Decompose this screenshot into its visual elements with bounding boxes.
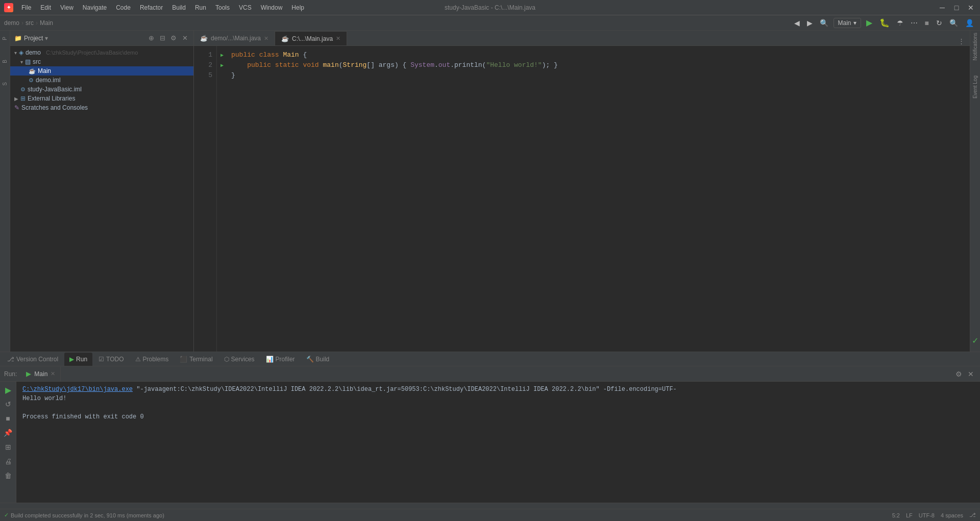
indent-info[interactable]: 4 spaces bbox=[941, 512, 963, 518]
run-tab-close[interactable]: ✕ bbox=[51, 370, 55, 377]
editor-tab-1[interactable]: ☕ C:\...\Main.java ✕ bbox=[275, 31, 347, 45]
console-blank-line bbox=[22, 403, 974, 412]
tab-version-control[interactable]: ⎇ Version Control bbox=[2, 353, 63, 366]
bottom-main: ▶ ↺ ■ 📌 ⊞ 🖨 🗑 C:\zhkStudy\jdk17\bin\java… bbox=[0, 382, 980, 503]
run-tab-main[interactable]: ▶ Main ✕ bbox=[21, 367, 61, 381]
menu-build[interactable]: Build bbox=[168, 3, 190, 12]
project-panel-actions: ⊕ ⊟ ⚙ ✕ bbox=[146, 34, 189, 43]
restore-layout-button[interactable]: ⊞ bbox=[2, 441, 14, 453]
tree-item-ext-libs[interactable]: ▶ ⊞ External Libraries bbox=[10, 94, 193, 103]
menu-help[interactable]: Help bbox=[287, 3, 308, 12]
rerun-failed-button[interactable]: ↺ bbox=[2, 398, 14, 410]
collapse-all-button[interactable]: ⊟ bbox=[158, 34, 167, 43]
code-content[interactable]: public class Main { public static void m… bbox=[227, 46, 970, 352]
breadcrumb-file[interactable]: Main bbox=[40, 19, 53, 27]
bottom-scrollbar[interactable] bbox=[0, 503, 980, 509]
menu-edit[interactable]: Edit bbox=[36, 3, 55, 12]
encoding[interactable]: UTF-8 bbox=[919, 512, 935, 518]
run-button[interactable]: ▶ bbox=[864, 17, 874, 29]
tab-terminal[interactable]: ⬛ Terminal bbox=[175, 353, 217, 366]
project-tree: ▾ ◈ demo C:\zhkStudy\Project\JavaBasic\d… bbox=[10, 46, 193, 352]
chevron-icon: ▶ bbox=[14, 96, 18, 102]
window-controls: ─ □ ✕ bbox=[937, 3, 976, 13]
menu-tools[interactable]: Tools bbox=[211, 3, 234, 12]
settings-button[interactable]: ⚙ bbox=[953, 369, 964, 379]
search-everywhere-button[interactable]: 🔍 bbox=[947, 18, 960, 28]
tree-item-study-iml[interactable]: ⚙ study-JavaBasic.iml bbox=[10, 85, 193, 94]
tab-profiler[interactable]: 📊 Profiler bbox=[261, 353, 300, 366]
project-settings-button[interactable]: ⚙ bbox=[169, 34, 178, 43]
folder-icon: 📁 bbox=[14, 35, 22, 42]
rerun-button[interactable]: ▶ bbox=[2, 384, 14, 396]
line-separator[interactable]: LF bbox=[906, 512, 913, 518]
run-gutter-icon-1[interactable]: ▶ bbox=[217, 50, 227, 60]
cursor-position[interactable]: 5:2 bbox=[892, 512, 900, 518]
nav-forward-button[interactable]: ▶ bbox=[805, 18, 815, 28]
tab-build[interactable]: 🔨 Build bbox=[301, 353, 335, 366]
tree-item-label: Main bbox=[38, 67, 51, 75]
tab-close-0[interactable]: ✕ bbox=[264, 35, 268, 42]
tree-item-label: demo.iml bbox=[36, 77, 61, 84]
tree-item-scratches[interactable]: ✎ Scratches and Consoles bbox=[10, 103, 193, 112]
tab-todo[interactable]: ☑ TODO bbox=[93, 353, 129, 366]
code-editor[interactable]: 1 2 5 ▶ ▶ public class Main { public sta… bbox=[194, 46, 970, 352]
run-with-coverage-button[interactable]: ☂ bbox=[895, 18, 905, 28]
close-panel-button[interactable]: ✕ bbox=[966, 369, 976, 379]
maximize-button[interactable]: □ bbox=[951, 3, 962, 13]
tab-problems[interactable]: ⚠ Problems bbox=[130, 353, 174, 366]
tab-services[interactable]: ⬡ Services bbox=[219, 353, 260, 366]
event-log-label[interactable]: Event Log bbox=[972, 76, 978, 98]
menu-code[interactable]: Code bbox=[112, 3, 135, 12]
nav-back-button[interactable]: ◀ bbox=[792, 18, 802, 28]
run-config-dropdown[interactable]: Main ▾ bbox=[834, 18, 861, 28]
line-num-5: 5 bbox=[194, 70, 212, 81]
tree-item-demo-iml[interactable]: ⚙ demo.iml bbox=[10, 76, 193, 85]
debug-button[interactable]: 🐛 bbox=[877, 17, 892, 29]
tree-item-src[interactable]: ▾ ▧ src bbox=[10, 57, 193, 66]
project-sidebar-icon[interactable]: P bbox=[1, 33, 9, 44]
nav-search-button[interactable]: 🔍 bbox=[818, 18, 830, 28]
bookmarks-sidebar-icon[interactable]: B bbox=[1, 56, 9, 67]
encoding-text: UTF-8 bbox=[919, 512, 935, 518]
git-icon: ⎇ bbox=[7, 356, 14, 363]
tree-item-main[interactable]: ☕ Main bbox=[10, 66, 193, 76]
tab-run[interactable]: ▶ Run bbox=[64, 353, 92, 366]
project-icon: ◈ bbox=[19, 49, 23, 56]
tab-label: Version Control bbox=[16, 356, 58, 363]
recent-files-button[interactable]: ⋮ bbox=[957, 36, 966, 45]
close-project-panel-button[interactable]: ✕ bbox=[180, 34, 189, 43]
clear-button[interactable]: 🗑 bbox=[2, 469, 14, 482]
console-cmd-line: C:\zhkStudy\jdk17\bin\java.exe "-javaage… bbox=[22, 385, 974, 394]
menu-file[interactable]: File bbox=[17, 3, 35, 12]
git-branch[interactable]: ⎇ bbox=[969, 512, 976, 518]
more-run-options[interactable]: ⋯ bbox=[909, 18, 920, 28]
breadcrumb-project[interactable]: demo bbox=[4, 19, 19, 27]
tab-close-1[interactable]: ✕ bbox=[336, 35, 340, 42]
close-button[interactable]: ✕ bbox=[966, 3, 976, 13]
bottom-left-icons: ▶ ↺ ■ 📌 ⊞ 🖨 🗑 bbox=[0, 382, 16, 503]
update-button[interactable]: ↻ bbox=[934, 18, 944, 28]
stop-button[interactable]: ■ bbox=[2, 412, 14, 425]
minimize-button[interactable]: ─ bbox=[937, 3, 947, 13]
pin-tab-button[interactable]: 📌 bbox=[2, 427, 14, 439]
locate-file-button[interactable]: ⊕ bbox=[146, 34, 156, 43]
menu-view[interactable]: View bbox=[56, 3, 78, 12]
chevron-icon: ▾ bbox=[20, 59, 23, 65]
breadcrumb-module[interactable]: src bbox=[26, 19, 34, 27]
editor-tab-0[interactable]: ☕ demo/...\Main.java ✕ bbox=[194, 31, 275, 45]
structure-sidebar-icon[interactable]: S bbox=[1, 78, 9, 90]
stop-button[interactable]: ■ bbox=[923, 18, 931, 28]
notifications-label[interactable]: Notifications bbox=[972, 33, 978, 60]
menu-navigate[interactable]: Navigate bbox=[79, 3, 111, 12]
menu-run[interactable]: Run bbox=[191, 3, 210, 12]
print-button[interactable]: 🖨 bbox=[2, 455, 14, 467]
user-button[interactable]: 👤 bbox=[963, 18, 976, 28]
tree-item-demo[interactable]: ▾ ◈ demo C:\zhkStudy\Project\JavaBasic\d… bbox=[10, 48, 193, 57]
menu-window[interactable]: Window bbox=[257, 3, 287, 12]
build-status[interactable]: ✓ Build completed successfully in 2 sec,… bbox=[4, 512, 164, 518]
java-exe-link[interactable]: C:\zhkStudy\jdk17\bin\java.exe bbox=[22, 386, 133, 393]
tree-item-path: C:\zhkStudy\Project\JavaBasic\demo bbox=[46, 49, 138, 56]
run-gutter-icon-2[interactable]: ▶ bbox=[217, 60, 227, 70]
menu-vcs[interactable]: VCS bbox=[235, 3, 256, 12]
menu-refactor[interactable]: Refactor bbox=[136, 3, 167, 12]
